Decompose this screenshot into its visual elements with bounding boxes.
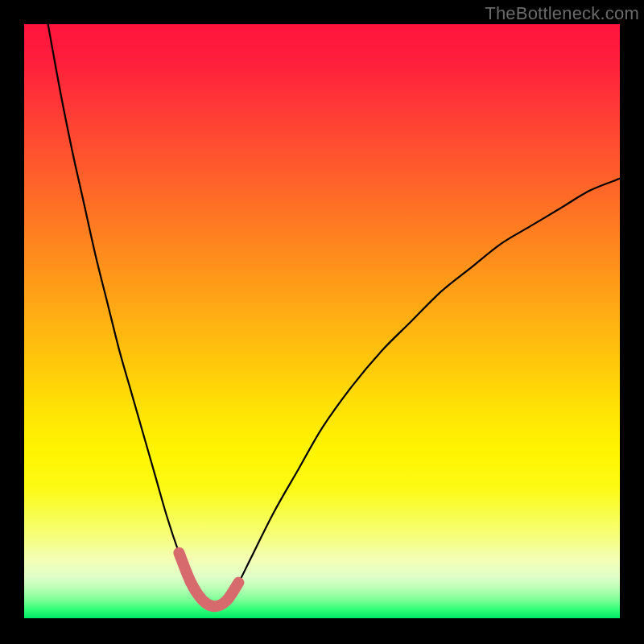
curve-svg bbox=[24, 24, 620, 618]
bottleneck-curve-line bbox=[48, 24, 620, 606]
chart-frame: TheBottleneck.com bbox=[0, 0, 644, 644]
plot-area bbox=[24, 24, 620, 618]
bottleneck-curve-highlight bbox=[179, 553, 238, 606]
watermark-text: TheBottleneck.com bbox=[485, 3, 639, 24]
